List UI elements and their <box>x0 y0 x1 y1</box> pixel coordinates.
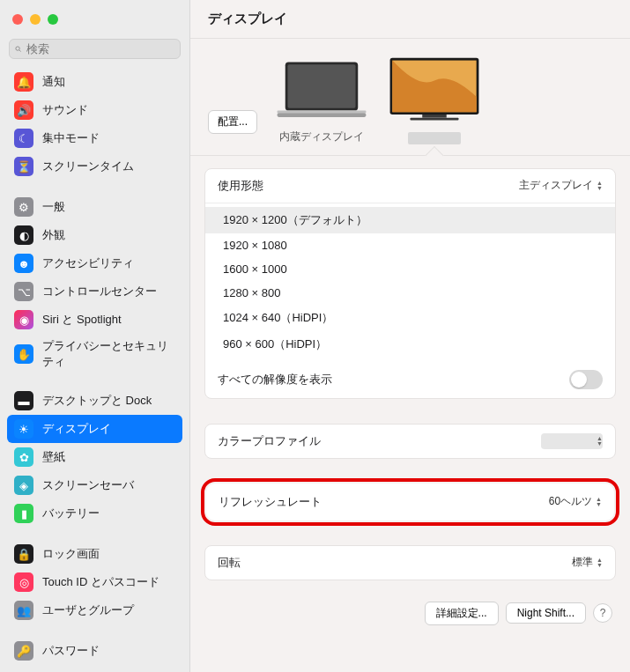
resolution-option[interactable]: 1280 × 800 <box>205 281 615 305</box>
titlebar <box>0 0 189 39</box>
footer-buttons: 詳細設定... Night Shift... ? <box>190 593 630 643</box>
sidebar-icon: ⏳ <box>14 157 33 176</box>
sidebar-item-スクリーンセーバ[interactable]: ◈スクリーンセーバ <box>7 471 182 499</box>
rotation-label: 回転 <box>218 555 241 571</box>
search-box[interactable] <box>9 39 181 59</box>
display-item-external[interactable] <box>386 56 483 155</box>
resolution-option[interactable]: 960 × 600（HiDPI） <box>205 331 615 358</box>
svg-rect-3 <box>288 64 356 107</box>
minimize-window-button[interactable] <box>30 14 41 25</box>
updown-icon: ▲▼ <box>596 497 602 507</box>
sidebar-label: 一般 <box>42 199 65 215</box>
search-icon <box>15 43 21 55</box>
sidebar-label: Touch ID とパスコード <box>42 574 159 590</box>
resolution-option[interactable]: 1600 × 1000 <box>205 257 615 281</box>
sidebar-icon: ◉ <box>14 310 33 329</box>
sidebar-label: 通知 <box>42 74 65 90</box>
usage-row[interactable]: 使用形態 主ディスプレイ ▲▼ <box>205 169 615 203</box>
monitor-icon <box>386 56 483 125</box>
fullscreen-window-button[interactable] <box>48 14 58 25</box>
sidebar-list: 🔔通知🔊サウンド☾集中モード⏳スクリーンタイム⚙一般◐外観☻アクセシビリティ⌥コ… <box>0 68 189 672</box>
sidebar-item-集中モード[interactable]: ☾集中モード <box>7 124 182 152</box>
sidebar-item-インターネットアカウント[interactable]: @インターネットアカウント <box>7 665 182 672</box>
sidebar-item-ディスプレイ[interactable]: ☀ディスプレイ <box>7 415 182 443</box>
page-title: ディスプレイ <box>190 0 630 39</box>
updown-icon: ▲▼ <box>597 436 603 447</box>
sidebar-item-サウンド[interactable]: 🔊サウンド <box>7 96 182 124</box>
sidebar-item-Touch ID とパスコード[interactable]: ◎Touch ID とパスコード <box>7 568 182 596</box>
resolution-option[interactable]: 1920 × 1200（デフォルト） <box>205 207 615 233</box>
rotation-value: 標準 <box>572 555 593 570</box>
sidebar-icon: 👥 <box>14 601 33 620</box>
sidebar-item-デスクトップと Dock[interactable]: ▬デスクトップと Dock <box>7 387 182 415</box>
sidebar-label: パスワード <box>42 643 100 659</box>
sidebar-item-バッテリー[interactable]: ▮バッテリー <box>7 499 182 528</box>
updown-icon: ▲▼ <box>597 558 603 568</box>
resolution-option[interactable]: 1024 × 640（HiDPI） <box>205 305 615 331</box>
svg-point-0 <box>16 47 19 50</box>
sidebar-icon: ◎ <box>14 572 33 592</box>
sidebar: 🔔通知🔊サウンド☾集中モード⏳スクリーンタイム⚙一般◐外観☻アクセシビリティ⌥コ… <box>0 0 190 672</box>
advanced-settings-button[interactable]: 詳細設定... <box>425 602 499 625</box>
rotation-select[interactable]: 標準 ▲▼ <box>572 555 603 570</box>
sidebar-item-アクセシビリティ[interactable]: ☻アクセシビリティ <box>7 249 182 277</box>
sidebar-label: 外観 <box>42 227 65 243</box>
show-all-toggle[interactable] <box>569 370 603 389</box>
show-all-label: すべての解像度を表示 <box>218 372 332 388</box>
color-profile-label: カラープロファイル <box>218 433 321 449</box>
sidebar-item-Siri と Spotlight[interactable]: ◉Siri と Spotlight <box>7 306 182 334</box>
sidebar-item-コントロールセンター[interactable]: ⌥コントロールセンター <box>7 277 182 306</box>
display-item-internal[interactable]: 内蔵ディスプレイ <box>273 58 370 155</box>
resolution-list: 1920 × 1200（デフォルト）1920 × 10801600 × 1000… <box>205 203 615 361</box>
sidebar-icon: ◈ <box>14 476 33 495</box>
sidebar-item-スクリーンタイム[interactable]: ⏳スクリーンタイム <box>7 152 182 181</box>
svg-rect-8 <box>422 114 446 118</box>
resolution-option[interactable]: 1920 × 1080 <box>205 233 615 257</box>
sidebar-icon: 🔒 <box>14 544 33 564</box>
main-pane: ディスプレイ 配置... 内蔵ディスプレイ <box>190 0 630 672</box>
sidebar-icon: 🔔 <box>14 72 33 92</box>
svg-rect-5 <box>278 113 367 117</box>
refresh-rate-select[interactable]: 60ヘルツ ▲▼ <box>549 494 602 509</box>
close-window-button[interactable] <box>12 14 23 25</box>
sidebar-item-ロック画面[interactable]: 🔒ロック画面 <box>7 540 182 568</box>
display-label: 内蔵ディスプレイ <box>279 129 364 144</box>
arrange-button[interactable]: 配置... <box>208 110 257 134</box>
night-shift-button[interactable]: Night Shift... <box>506 602 586 624</box>
refresh-rate-row[interactable]: リフレッシュレート 60ヘルツ ▲▼ <box>206 484 614 521</box>
sidebar-label: ロック画面 <box>42 546 100 562</box>
sidebar-item-一般[interactable]: ⚙一般 <box>7 193 182 221</box>
sidebar-icon: ☻ <box>14 254 33 273</box>
sidebar-item-外観[interactable]: ◐外観 <box>7 221 182 249</box>
sidebar-icon: ⌥ <box>14 282 33 301</box>
rotation-row[interactable]: 回転 標準 ▲▼ <box>205 546 615 580</box>
laptop-icon <box>273 58 370 122</box>
sidebar-label: 集中モード <box>42 130 100 146</box>
sidebar-icon: 🔑 <box>14 641 33 661</box>
sidebar-icon: ◐ <box>14 225 33 245</box>
svg-rect-4 <box>278 110 367 113</box>
sidebar-item-壁紙[interactable]: ✿壁紙 <box>7 443 182 471</box>
sidebar-item-プライバシーとセキュリティ[interactable]: ✋プライバシーとセキュリティ <box>7 334 182 374</box>
color-profile-row[interactable]: カラープロファイル ▲▼ <box>205 425 615 458</box>
search-input[interactable] <box>26 42 174 55</box>
sidebar-icon: ☾ <box>14 129 33 148</box>
sidebar-icon: 🔊 <box>14 100 33 120</box>
sidebar-item-ユーザとグループ[interactable]: 👥ユーザとグループ <box>7 596 182 624</box>
sidebar-icon: ⚙ <box>14 197 33 217</box>
color-profile-select[interactable]: ▲▼ <box>541 433 603 449</box>
sidebar-label: サウンド <box>42 102 88 118</box>
sidebar-icon: ✋ <box>14 344 33 364</box>
svg-line-1 <box>19 50 21 52</box>
sidebar-label: Siri と Spotlight <box>42 312 122 328</box>
sidebar-icon: ✿ <box>14 447 33 467</box>
sidebar-label: デスクトップと Dock <box>42 393 152 409</box>
usage-select[interactable]: 主ディスプレイ ▲▼ <box>519 178 603 193</box>
help-button[interactable]: ? <box>593 603 612 623</box>
sidebar-item-通知[interactable]: 🔔通知 <box>7 68 182 96</box>
refresh-rate-value: 60ヘルツ <box>549 494 592 509</box>
usage-value: 主ディスプレイ <box>519 178 593 193</box>
sidebar-icon: ▬ <box>14 391 33 410</box>
refresh-rate-label: リフレッシュレート <box>219 494 322 510</box>
sidebar-item-パスワード[interactable]: 🔑パスワード <box>7 637 182 665</box>
